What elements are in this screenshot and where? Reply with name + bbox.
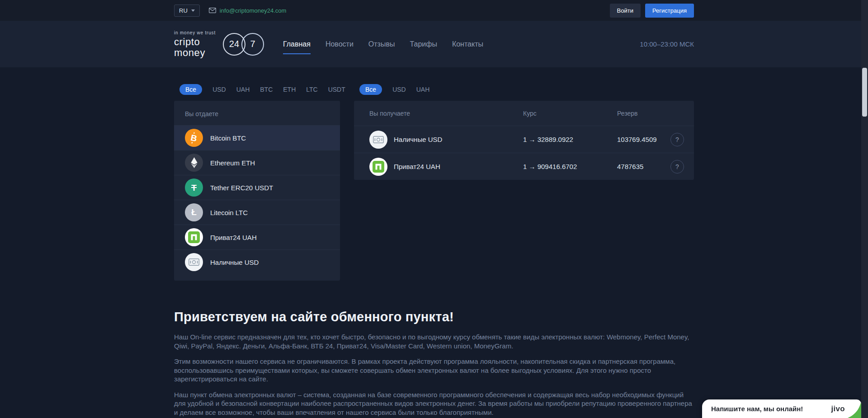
email-link[interactable]: info@criptomoney24.com — [209, 7, 287, 14]
currency-label: Tether ERC20 USDT — [210, 184, 273, 192]
nav-link[interactable]: Отзывы — [368, 34, 395, 54]
currency-label: Наличные USD — [394, 136, 442, 143]
welcome-section: Приветствуем на сайте обменного пункта! … — [174, 310, 694, 418]
chat-message: Напишите нам, мы онлайн! — [711, 405, 803, 413]
currency-label: Приват24 UAH — [210, 234, 257, 241]
currency-label: Ethereum ETH — [210, 159, 255, 167]
currency-item[interactable]: Ethereum ETH — [174, 150, 340, 175]
column-header-you-get: Вы получаете — [369, 110, 523, 117]
language-label: RU — [179, 7, 188, 14]
bitcoin-icon: B — [185, 129, 203, 147]
ethereum-icon — [185, 154, 203, 172]
tether-icon: T — [185, 178, 203, 197]
chevron-down-icon — [191, 9, 195, 12]
topbar: RU info@criptomoney24.com Войти Регистра… — [0, 0, 868, 21]
nav-link[interactable]: Новости — [326, 34, 354, 54]
currency-item[interactable]: B Bitcoin BTC — [174, 125, 340, 150]
privat24-icon — [185, 228, 203, 246]
give-panel-title: Вы отдаете — [174, 101, 340, 125]
privat24-icon — [369, 158, 387, 176]
working-hours: 10:00–23:00 МСК — [640, 40, 694, 48]
filter-item[interactable]: UAH — [236, 84, 250, 95]
currency-item[interactable]: Ł Litecoin LTC — [174, 200, 340, 225]
register-button[interactable]: Регистрация — [645, 4, 694, 18]
welcome-paragraph: Наш On-line сервис предназначен для тех,… — [174, 333, 694, 350]
email-icon — [209, 8, 216, 13]
litecoin-icon: Ł — [185, 203, 203, 221]
nav-link[interactable]: Тарифы — [410, 34, 437, 54]
rate-row[interactable]: Приват24 UAH 1 → 909416.6702 4787635 ? — [354, 153, 694, 180]
logo-tagline: in money we trust — [174, 30, 216, 35]
filter-item[interactable]: LTC — [306, 84, 317, 95]
filter-item[interactable]: Все — [179, 84, 202, 95]
currency-label: Наличные USD — [210, 258, 259, 266]
login-button[interactable]: Войти — [610, 4, 641, 18]
rates-table-header: Вы получаете Курс Резерв — [354, 101, 694, 126]
main-nav: ГлавнаяНовостиОтзывыТарифыКонтакты — [283, 34, 483, 54]
reserve-value: 103769.4509 — [617, 136, 663, 143]
give-panel: Вы отдаете B Bitcoin BTC Ethereum ETH T … — [174, 101, 340, 281]
currency-item[interactable]: Наличные USD — [174, 249, 340, 274]
rate-row-name: Наличные USD — [369, 131, 523, 149]
cash-usd-icon — [185, 253, 203, 271]
column-header-reserve: Резерв — [617, 110, 663, 117]
get-filters: ВсеUSDUAH — [354, 84, 694, 95]
site-header: in money we trust cripto money 24 7 Глав… — [0, 21, 868, 67]
welcome-paragraph: Этим возможности нашего сервиса не огран… — [174, 357, 694, 384]
filter-item[interactable]: ETH — [283, 84, 296, 95]
currency-label: Litecoin LTC — [210, 209, 248, 216]
language-selector[interactable]: RU — [174, 5, 200, 17]
logo-brand-line2: money — [174, 47, 216, 58]
logo[interactable]: in money we trust cripto money 24 7 — [174, 30, 264, 57]
currency-label: Bitcoin BTC — [210, 134, 246, 142]
filter-item[interactable]: USD — [392, 84, 406, 95]
scrollbar-thumb[interactable] — [862, 68, 867, 117]
rate-row[interactable]: Наличные USD 1 → 32889.0922 103769.4509 … — [354, 126, 694, 153]
rates-table: Вы получаете Курс Резерв Наличные USD 1 … — [354, 101, 694, 180]
rate-value: 1 → 32889.0922 — [523, 136, 617, 143]
currency-item[interactable]: Приват24 UAH — [174, 225, 340, 249]
filter-item[interactable]: Все — [359, 84, 382, 95]
email-text: info@criptomoney24.com — [220, 7, 287, 14]
help-button[interactable]: ? — [670, 160, 684, 174]
nav-link[interactable]: Контакты — [452, 34, 483, 54]
give-filters: ВсеUSDUAHBTCETHLTCUSDT — [174, 84, 340, 95]
currency-label: Приват24 UAH — [394, 163, 440, 170]
filter-item[interactable]: USDT — [328, 84, 345, 95]
rate-row-name: Приват24 UAH — [369, 158, 523, 176]
page-title: Приветствуем на сайте обменного пункта! — [174, 310, 694, 324]
welcome-paragraph: Наш пункт обмена электронных валют – сис… — [174, 390, 694, 417]
column-header-rate: Курс — [523, 110, 617, 117]
logo-brand-line1: cripto — [174, 37, 216, 47]
help-button[interactable]: ? — [670, 133, 684, 146]
currency-item[interactable]: T Tether ERC20 USDT — [174, 175, 340, 200]
cash-usd-icon — [369, 131, 387, 149]
filter-item[interactable]: BTC — [260, 84, 273, 95]
logo-badge-24-7: 24 7 — [223, 33, 264, 56]
jivo-leaf-icon — [848, 399, 861, 418]
rate-value: 1 → 909416.6702 — [523, 163, 617, 170]
scrollbar[interactable] — [861, 0, 868, 418]
badge-7: 7 — [241, 33, 264, 56]
filter-item[interactable]: UAH — [416, 84, 430, 95]
reserve-value: 4787635 — [617, 163, 663, 170]
chat-widget[interactable]: Напишите нам, мы онлайн! jivo — [702, 399, 861, 418]
nav-link[interactable]: Главная — [283, 34, 311, 54]
filter-item[interactable]: USD — [212, 84, 226, 95]
